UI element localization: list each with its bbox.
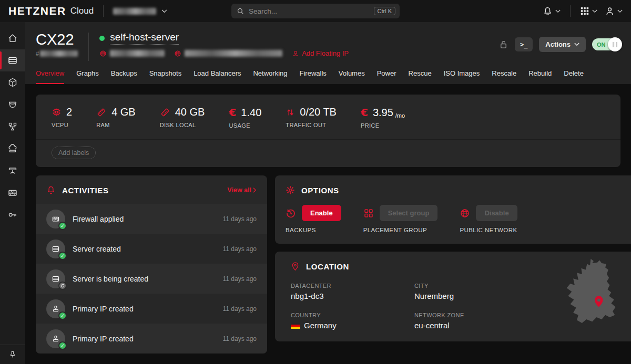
field-value: eu-central — [414, 321, 538, 330]
primary-ip-icon — [52, 305, 60, 313]
activity-row[interactable]: ✓ Firewall applied 11 days ago — [36, 204, 267, 234]
activity-title: Primary IP created — [73, 305, 134, 313]
tab-graphs[interactable]: Graphs — [76, 69, 99, 84]
activity-row[interactable]: Server is being created 11 days ago — [36, 264, 267, 294]
euro-icon: € — [229, 106, 236, 119]
disable-public-network-button[interactable]: Disable — [476, 205, 517, 221]
success-check-badge: ✓ — [58, 311, 67, 320]
options-panel: OPTIONS Enable — [275, 175, 631, 244]
chevron-down-icon — [617, 9, 623, 13]
option-backups: Enable BACKUPS — [286, 205, 341, 233]
server-id-prefix: # — [36, 50, 39, 57]
ipv4-address[interactable] — [99, 50, 165, 57]
enable-backups-button[interactable]: Enable — [302, 205, 341, 221]
toggle-knob[interactable] — [608, 37, 622, 51]
stat-value: 1.40 — [241, 107, 261, 119]
tab-iso-images[interactable]: ISO Images — [444, 69, 480, 84]
stat-value: 40 GB — [175, 106, 205, 118]
sidebar-item-firewalls[interactable] — [0, 182, 25, 204]
sidebar-pin-toggle[interactable] — [0, 345, 25, 364]
tab-delete[interactable]: Delete — [564, 69, 584, 84]
euro-icon: € — [361, 106, 368, 119]
tab-snapshots[interactable]: Snapshots — [149, 69, 181, 84]
option-label: BACKUPS — [286, 227, 341, 233]
field-label: CITY — [414, 283, 538, 289]
stat-label: USAGE — [229, 122, 261, 129]
notifications-menu[interactable] — [543, 6, 561, 16]
actions-button[interactable]: Actions — [539, 37, 586, 52]
pending-sync-badge — [58, 282, 67, 290]
field-label: NETWORK ZONE — [414, 312, 538, 318]
activity-title: Primary IP created — [73, 335, 134, 343]
search-bar[interactable]: Ctrl K — [231, 4, 400, 18]
hetzner-logo[interactable]: HETZNER — [8, 5, 66, 17]
apps-grid-icon — [580, 6, 589, 16]
sidebar-item-servers[interactable] — [0, 49, 25, 71]
tab-firewalls[interactable]: Firewalls — [300, 69, 327, 84]
activity-avatar: ✓ — [46, 240, 65, 258]
option-placement-group: Select group PLACEMENT GROUP — [363, 205, 438, 233]
sidebar-item-images[interactable] — [0, 71, 25, 93]
server-stats-panel: 2 VCPU 4 GB RAM — [36, 95, 620, 167]
project-selector[interactable] — [113, 8, 167, 15]
stat-label: DISK LOCAL — [160, 122, 205, 128]
sidebar-item-security[interactable] — [0, 204, 25, 226]
server-name[interactable]: self-host-server — [110, 32, 179, 45]
power-toggle[interactable]: ON — [592, 38, 620, 50]
view-all-link[interactable]: View all — [227, 186, 257, 194]
location-title: LOCATION — [306, 262, 349, 271]
add-labels-button[interactable]: Add labels — [52, 147, 96, 159]
apps-menu[interactable] — [580, 6, 597, 16]
sidebar-item-home[interactable] — [0, 27, 25, 49]
sidebar-item-networks[interactable] — [0, 160, 25, 182]
divider — [88, 33, 89, 61]
placement-group-icon — [363, 208, 374, 219]
cpu-icon — [52, 107, 62, 117]
activity-avatar: ✓ — [46, 210, 65, 228]
tab-networking[interactable]: Networking — [253, 69, 287, 84]
tab-load-balancers[interactable]: Load Balancers — [194, 69, 241, 84]
firewall-icon — [52, 215, 60, 223]
tab-backups[interactable]: Backups — [111, 69, 137, 84]
sidebar-item-floating-ips[interactable] — [0, 138, 25, 160]
server-icon — [7, 55, 18, 66]
console-button[interactable]: >_ — [515, 37, 533, 51]
activity-title: Server is being created — [73, 275, 148, 283]
activity-time: 11 days ago — [223, 275, 257, 283]
options-title: OPTIONS — [301, 186, 339, 195]
search-input[interactable] — [249, 7, 374, 15]
traffic-arrows-icon — [286, 108, 295, 117]
add-floating-ip-link[interactable]: Add Floating IP — [292, 49, 349, 57]
activity-row[interactable]: ✓ Primary IP created 11 days ago — [36, 294, 267, 324]
activity-row[interactable]: ✓ Server created 11 days ago — [36, 234, 267, 264]
tab-rescue[interactable]: Rescue — [409, 69, 432, 84]
chevron-down-icon — [161, 9, 167, 13]
tab-power[interactable]: Power — [377, 69, 396, 84]
field-label: DATACENTER — [291, 283, 414, 289]
floating-ip-icon — [292, 50, 299, 57]
tab-rescale[interactable]: Rescale — [492, 69, 516, 84]
ipv6-address[interactable] — [174, 50, 282, 57]
bucket-icon — [7, 99, 18, 110]
map-pin-icon — [291, 262, 300, 272]
stat-price: € 3.95 /mo PRICE — [361, 106, 405, 129]
view-all-label: View all — [227, 186, 251, 194]
success-check-badge: ✓ — [58, 341, 67, 350]
disk-icon — [160, 107, 170, 118]
success-check-badge: ✓ — [58, 222, 67, 230]
select-placement-group-button[interactable]: Select group — [380, 205, 438, 221]
account-menu[interactable] — [605, 6, 623, 16]
sidebar-item-storage[interactable] — [0, 93, 25, 116]
tab-volumes[interactable]: Volumes — [339, 69, 365, 84]
server-id: # — [36, 50, 78, 57]
server-header: CX22 # self-host-server — [25, 22, 631, 84]
unlocked-icon[interactable] — [498, 39, 508, 49]
stat-vcpu: 2 VCPU — [52, 106, 72, 129]
sidebar-item-load-balancers[interactable] — [0, 116, 25, 138]
activity-title: Server created — [73, 245, 121, 253]
tab-overview[interactable]: Overview — [36, 69, 64, 84]
field-city: CITY Nuremberg — [414, 283, 538, 300]
tab-rebuild[interactable]: Rebuild — [528, 69, 552, 84]
activity-row[interactable]: ✓ Primary IP created 11 days ago — [36, 324, 267, 353]
field-network-zone: NETWORK ZONE eu-central — [414, 312, 538, 330]
